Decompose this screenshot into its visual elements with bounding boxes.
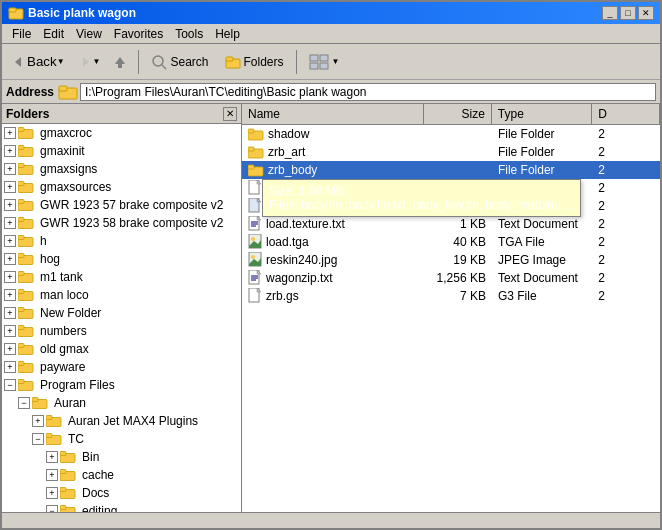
tree-expand-newfolder[interactable]: + xyxy=(4,307,16,319)
tree-expand-h[interactable]: + xyxy=(4,235,16,247)
file-row[interactable]: shadow File Folder 2 xyxy=(242,125,660,143)
tree-expand-bin[interactable]: + xyxy=(46,451,58,463)
tree-item-gwr1923_58[interactable]: + GWR 1923 58 brake composite v2 xyxy=(2,214,241,232)
tree-item-gmaxsigns[interactable]: + gmaxsigns xyxy=(2,160,241,178)
tree-expand-oldgmax[interactable]: + xyxy=(4,343,16,355)
tree-item-gmaxinit[interactable]: + gmaxinit xyxy=(2,142,241,160)
tree-item-cache[interactable]: + cache xyxy=(2,466,241,484)
tree-label-programfiles: Program Files xyxy=(40,378,115,392)
tree-item-payware[interactable]: + payware xyxy=(2,358,241,376)
tree-expand-tc[interactable]: − xyxy=(32,433,44,445)
minimize-button[interactable]: _ xyxy=(602,6,618,20)
file-row[interactable]: zrb_body Size: 1.08 MB Files: body.im, b… xyxy=(242,161,660,179)
tree-expand-auranjet[interactable]: + xyxy=(32,415,44,427)
menu-view[interactable]: View xyxy=(70,26,108,42)
tree-item-bin[interactable]: + Bin xyxy=(2,448,241,466)
svg-rect-12 xyxy=(310,63,318,69)
tree-item-docs[interactable]: + Docs xyxy=(2,484,241,502)
tree-item-auran[interactable]: − Auran xyxy=(2,394,241,412)
tree-item-gmaxcroc[interactable]: + gmaxcroc xyxy=(2,124,241,142)
tree-expand-docs[interactable]: + xyxy=(46,487,58,499)
tree-expand-gmaxcroc[interactable]: + xyxy=(4,127,16,139)
col-header-date[interactable]: D xyxy=(592,104,660,124)
folders-panel-close[interactable]: ✕ xyxy=(223,107,237,121)
close-button[interactable]: ✕ xyxy=(638,6,654,20)
file-cell-name: zrb_body Size: 1.08 MB Files: body.im, b… xyxy=(242,162,424,178)
file-row[interactable]: zrb_art File Folder 2 xyxy=(242,143,660,161)
menu-tools[interactable]: Tools xyxy=(169,26,209,42)
folder-icon-cache xyxy=(60,468,76,482)
tree-item-m1tank[interactable]: + m1 tank xyxy=(2,268,241,286)
tree-expand-manloco[interactable]: + xyxy=(4,289,16,301)
file-row[interactable]: load.tga 40 KB TGA File 2 xyxy=(242,233,660,251)
forward-button[interactable]: ▼ xyxy=(72,48,106,76)
address-folder-icon xyxy=(58,84,78,100)
col-header-type[interactable]: Type xyxy=(492,104,592,124)
svg-rect-55 xyxy=(60,470,66,474)
view-dropdown-arrow: ▼ xyxy=(332,57,340,66)
file-icon-folder xyxy=(248,146,264,159)
tree-item-editing[interactable]: − editing xyxy=(2,502,241,512)
file-row[interactable]: reskin240.jpg 19 KB JPEG Image 2 xyxy=(242,251,660,269)
tree-label-gmaxsigns: gmaxsigns xyxy=(40,162,97,176)
col-header-name[interactable]: Name xyxy=(242,104,424,124)
file-row[interactable]: load.texture.txt 1 KB Text Document 2 xyxy=(242,215,660,233)
view-button[interactable]: ▼ xyxy=(302,48,347,76)
tree-item-auranjet[interactable]: + Auran Jet MAX4 Plugins xyxy=(2,412,241,430)
address-input[interactable] xyxy=(80,83,656,101)
tree-item-hog[interactable]: + hog xyxy=(2,250,241,268)
menu-favorites[interactable]: Favorites xyxy=(108,26,169,42)
file-row[interactable]: zrb.gs 7 KB G3 File 2 xyxy=(242,287,660,305)
svg-point-80 xyxy=(251,237,255,241)
file-row[interactable]: wagonzip.txt 1,256 KB Text Document 2 xyxy=(242,269,660,287)
tree-item-h[interactable]: + h xyxy=(2,232,241,250)
svg-rect-37 xyxy=(18,308,24,312)
search-button[interactable]: Search xyxy=(144,48,215,76)
tree-item-oldgmax[interactable]: + old gmax xyxy=(2,340,241,358)
folders-panel-header: Folders ✕ xyxy=(2,104,241,124)
file-cell-name: zrb_art xyxy=(242,144,424,160)
tree-item-programfiles[interactable]: − Program Files xyxy=(2,376,241,394)
tree-expand-editing[interactable]: − xyxy=(46,505,58,512)
file-cell-type: G3 File xyxy=(492,288,592,304)
tree-item-tc[interactable]: − TC xyxy=(2,430,241,448)
tree-expand-hog[interactable]: + xyxy=(4,253,16,265)
file-icon-folder xyxy=(248,128,264,141)
menu-file[interactable]: File xyxy=(6,26,37,42)
tree-expand-gwr1923_58[interactable]: + xyxy=(4,217,16,229)
files-panel: Name Size Type D shadow File Folder 2 zr… xyxy=(242,104,660,512)
file-list-header: Name Size Type D xyxy=(242,104,660,125)
file-name-text: load.tga xyxy=(266,235,309,249)
tree-expand-cache[interactable]: + xyxy=(46,469,58,481)
svg-rect-41 xyxy=(18,344,24,348)
tree-item-gwr1923_57[interactable]: + GWR 1923 57 brake composite v2 xyxy=(2,196,241,214)
menu-help[interactable]: Help xyxy=(209,26,246,42)
up-button[interactable] xyxy=(107,48,133,76)
maximize-button[interactable]: □ xyxy=(620,6,636,20)
address-label: Address xyxy=(6,85,54,99)
file-cell-size: 19 KB xyxy=(424,252,492,268)
tree-item-manloco[interactable]: + man loco xyxy=(2,286,241,304)
folders-button[interactable]: Folders xyxy=(218,48,291,76)
tree-expand-m1tank[interactable]: + xyxy=(4,271,16,283)
svg-point-83 xyxy=(251,255,255,259)
tree-expand-numbers[interactable]: + xyxy=(4,325,16,337)
svg-rect-33 xyxy=(18,272,24,276)
folder-icon-editing xyxy=(60,504,76,512)
tree-expand-gmaxinit[interactable]: + xyxy=(4,145,16,157)
col-header-size[interactable]: Size xyxy=(424,104,492,124)
tree-expand-auran[interactable]: − xyxy=(18,397,30,409)
tree-expand-programfiles[interactable]: − xyxy=(4,379,16,391)
svg-rect-39 xyxy=(18,326,24,330)
tree-expand-gmaxsources[interactable]: + xyxy=(4,181,16,193)
tree-item-numbers[interactable]: + numbers xyxy=(2,322,241,340)
tree-label-newfolder: New Folder xyxy=(40,306,101,320)
tree-item-gmaxsources[interactable]: + gmaxsources xyxy=(2,178,241,196)
tree-expand-gmaxsigns[interactable]: + xyxy=(4,163,16,175)
back-button[interactable]: Back ▼ xyxy=(6,48,70,76)
folder-icon-m1tank xyxy=(18,270,34,284)
tree-expand-gwr1923_57[interactable]: + xyxy=(4,199,16,211)
menu-edit[interactable]: Edit xyxy=(37,26,70,42)
tree-item-newfolder[interactable]: + New Folder xyxy=(2,304,241,322)
tree-expand-payware[interactable]: + xyxy=(4,361,16,373)
